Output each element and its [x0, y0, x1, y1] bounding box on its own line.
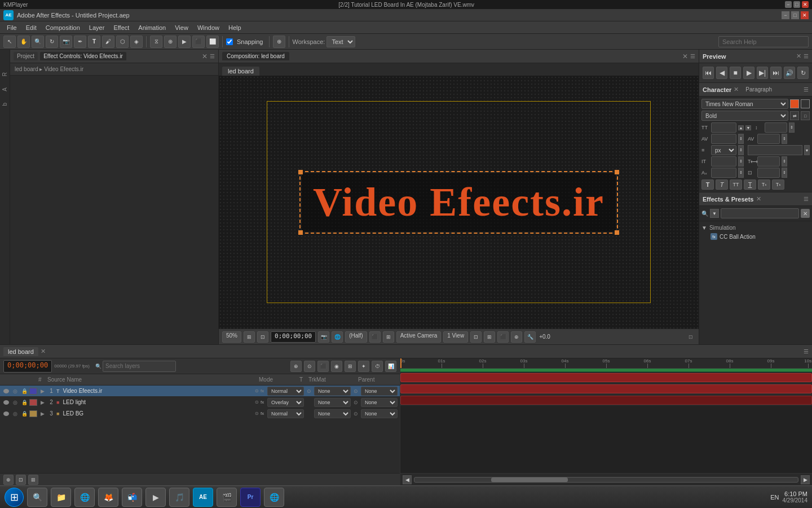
- units-dropdown-2[interactable]: ▼: [804, 145, 810, 155]
- style-btn-Ts[interactable]: T: [744, 179, 756, 190]
- layer-1-trkmat[interactable]: None: [314, 387, 351, 396]
- layer-2-lock[interactable]: 🔒: [20, 400, 28, 405]
- tl-scroll-left[interactable]: ◀: [403, 475, 412, 484]
- win-close-btn[interactable]: ✕: [802, 1, 809, 8]
- layer-2-link[interactable]: ⊙: [352, 400, 360, 405]
- snapping-checkbox[interactable]: [226, 38, 233, 45]
- layer-2-color[interactable]: [29, 399, 37, 406]
- layer-1-vis[interactable]: [2, 389, 10, 393]
- layer-3-expand[interactable]: ▶: [38, 411, 46, 417]
- render-btn-3[interactable]: ⬛: [497, 331, 509, 343]
- simulation-header[interactable]: ▼ Simulation: [701, 224, 810, 232]
- view-count-selector[interactable]: 1 View: [443, 331, 468, 343]
- grid-btn[interactable]: ⊞: [383, 331, 394, 343]
- project-panel-close[interactable]: ✕: [202, 52, 208, 60]
- tl-scrollbar[interactable]: [414, 477, 798, 483]
- comp-panel-expand[interactable]: ⊡: [686, 332, 695, 341]
- hand-tool-btn[interactable]: ✋: [17, 36, 30, 48]
- layer-2-solo[interactable]: ◎: [11, 400, 19, 405]
- menu-view[interactable]: View: [170, 23, 193, 32]
- tsume-input[interactable]: 0 %: [757, 168, 780, 178]
- layer-3-effects[interactable]: ⊙: [255, 411, 260, 416]
- track-1[interactable]: [400, 372, 812, 383]
- fit-btn[interactable]: ⊞: [244, 331, 255, 343]
- tl-bottom-btn-2[interactable]: ⊡: [16, 475, 26, 485]
- taskbar-btn-4[interactable]: 🦊: [98, 488, 118, 507]
- layer-3-fx[interactable]: fx: [261, 411, 266, 416]
- font-size-input[interactable]: 35 px: [711, 122, 736, 133]
- tl-btn-adj[interactable]: ⊞: [345, 361, 356, 372]
- tl-bottom-btn-1[interactable]: ⊕: [3, 475, 14, 485]
- units-dropdown[interactable]: px: [711, 145, 736, 155]
- layer-3-solo[interactable]: ◎: [11, 411, 19, 417]
- eraser-tool-btn[interactable]: ◈: [130, 36, 143, 48]
- size-stepper-dn[interactable]: ▼: [745, 125, 751, 130]
- layer-3-link[interactable]: ⊙: [352, 411, 360, 417]
- layer-2-mode[interactable]: Overlay: [267, 398, 304, 407]
- tl-scroll-right[interactable]: ▶: [801, 475, 810, 484]
- pen-tool-btn[interactable]: ✒: [74, 36, 86, 48]
- tl-btn-3d[interactable]: ⬛: [317, 361, 329, 372]
- units-stepper[interactable]: ⇕: [738, 145, 744, 155]
- stamp-tool-btn[interactable]: ⬡: [116, 36, 129, 48]
- ae-max-btn[interactable]: □: [791, 11, 799, 19]
- start-button[interactable]: ⊞: [5, 488, 24, 507]
- project-tab[interactable]: Project: [14, 52, 38, 60]
- layer-3-parent[interactable]: None: [361, 409, 398, 418]
- leading-input[interactable]: Auto: [765, 122, 787, 133]
- prev-play-btn[interactable]: ▶: [743, 67, 754, 79]
- project-panel-menu[interactable]: ☰: [210, 53, 215, 59]
- tl-btn-clock[interactable]: ⏱: [372, 361, 383, 372]
- tl-btn-motion[interactable]: ◉: [331, 361, 342, 372]
- layer-1-mode[interactable]: Normal: [267, 387, 304, 396]
- swap-colors-btn[interactable]: ⇄: [790, 111, 799, 120]
- layer-2-expand[interactable]: ▶: [38, 400, 46, 405]
- baseline-stepper[interactable]: ⇕: [738, 168, 744, 178]
- style-btn-Tsup[interactable]: Ts: [758, 179, 770, 190]
- effects-search-input[interactable]: cc ba: [721, 208, 799, 218]
- quality-selector[interactable]: (Half): [345, 331, 367, 343]
- menu-layer[interactable]: Layer: [85, 23, 109, 32]
- brush-tool-btn[interactable]: 🖌: [102, 36, 114, 48]
- taskbar-btn-5[interactable]: 📬: [122, 488, 142, 507]
- timeline-close[interactable]: ✕: [41, 348, 46, 355]
- tl-btn-draft[interactable]: ✦: [358, 361, 369, 372]
- text-tool-btn[interactable]: T: [88, 36, 100, 48]
- render-btn-2[interactable]: ⊞: [484, 331, 495, 343]
- font-style-dropdown[interactable]: Bold: [701, 111, 788, 121]
- paragraph-tab[interactable]: Paragraph: [745, 86, 772, 93]
- toolbar-icon-1[interactable]: ⧖: [150, 36, 162, 48]
- render-btn-4[interactable]: ⊕: [511, 331, 522, 343]
- layer-1-link[interactable]: ⊙: [352, 388, 360, 394]
- layer-1-fx[interactable]: fx: [261, 388, 266, 393]
- baseline-input[interactable]: 0 px: [711, 168, 736, 178]
- horiz-scale-input[interactable]: 414 %: [757, 156, 780, 167]
- layer-1-name[interactable]: Video Efeects.ir: [61, 388, 254, 394]
- prev-last-btn[interactable]: ⏭: [770, 67, 782, 79]
- taskbar-btn-net[interactable]: 🌐: [264, 488, 284, 507]
- kerning-stepper[interactable]: ⇕: [738, 134, 744, 144]
- tsume-stepper[interactable]: ⇕: [782, 168, 787, 178]
- layer-1-lock[interactable]: 🔒: [20, 388, 28, 394]
- effects-menu[interactable]: ☰: [804, 196, 809, 202]
- character-close[interactable]: ✕: [734, 86, 739, 93]
- layer-3-trkmat[interactable]: None: [314, 409, 351, 418]
- active-camera-selector[interactable]: Active Camera: [396, 331, 442, 343]
- layer-2-parent[interactable]: None: [361, 398, 398, 407]
- effect-controls-tab[interactable]: Effect Controls: Video Efeects.ir: [40, 52, 126, 60]
- style-btn-T[interactable]: T: [701, 179, 714, 190]
- style-btn-TT[interactable]: TT: [730, 179, 742, 190]
- search-help-input[interactable]: [718, 36, 809, 47]
- arrow-tool-btn[interactable]: ↖: [3, 36, 16, 48]
- taskbar-btn-ae2[interactable]: 🎬: [217, 488, 237, 507]
- menu-effect[interactable]: Effect: [109, 23, 134, 32]
- menu-help[interactable]: Help: [224, 23, 246, 32]
- ae-min-btn[interactable]: −: [782, 11, 789, 19]
- tracking-input[interactable]: 0: [757, 134, 780, 144]
- ae-close-btn[interactable]: ✕: [801, 11, 809, 19]
- taskbar-btn-7[interactable]: 🎵: [169, 488, 189, 507]
- timeline-tab[interactable]: led board: [3, 347, 38, 356]
- layer-1-solo[interactable]: ◎: [11, 388, 19, 394]
- layer-1-color[interactable]: [29, 388, 37, 395]
- cc-ball-action-item[interactable]: fx CC Ball Action: [701, 232, 810, 241]
